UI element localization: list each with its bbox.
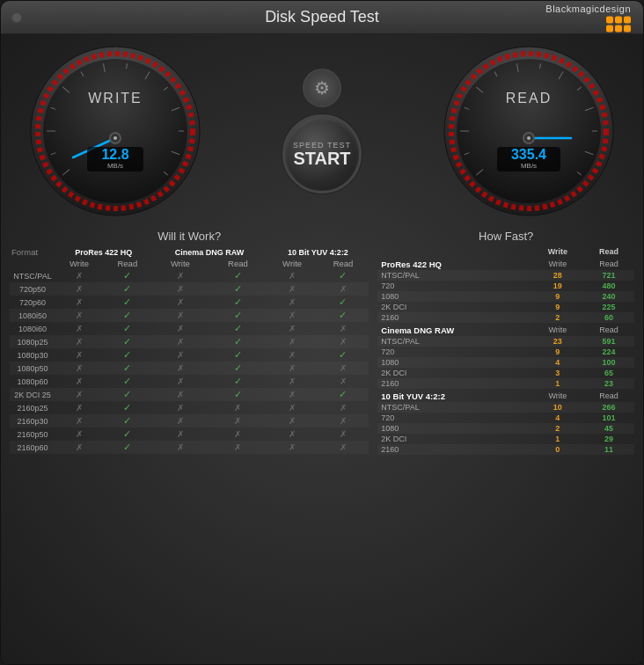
how-fast-row: NTSC/PAL 23 591 [377, 336, 634, 347]
how-fast-group-header: 10 Bit YUV 4:2:2 Write Read [377, 389, 634, 402]
close-button[interactable] [11, 12, 22, 23]
check-cell: ✓ [103, 401, 152, 414]
cross-cell: ✗ [152, 322, 209, 335]
read-value: 11 [583, 444, 634, 455]
read-value: 721 [583, 270, 634, 281]
cross-cell: ✗ [318, 401, 370, 414]
check-cell: ✓ [209, 296, 267, 309]
read-value: 266 [583, 402, 634, 413]
row-label: 2160p60 [10, 441, 55, 454]
row-label: 1080p30 [10, 348, 55, 362]
cross-cell: ✗ [152, 401, 209, 414]
check-cell: ✓ [209, 269, 267, 282]
cross-cell: ✗ [267, 375, 318, 388]
how-fast-row: 1080 9 240 [377, 291, 634, 302]
window-title: Disk Speed Test [265, 8, 379, 26]
how-fast-row: 1080 4 100 [377, 357, 634, 368]
center-controls: ⚙ SPEED TEST START [282, 69, 362, 194]
cross-cell: ✗ [152, 362, 209, 375]
cross-cell: ✗ [318, 414, 370, 428]
cross-cell: ✗ [318, 375, 370, 388]
will-it-work-section: Will it Work? Format ProRes 422 HQ Cinem… [10, 230, 369, 655]
check-cell: ✓ [103, 335, 152, 348]
check-cell: ✓ [103, 428, 152, 441]
cross-cell: ✗ [318, 322, 370, 335]
read-value: 23 [583, 378, 634, 389]
read-col-header: Read [583, 323, 634, 336]
row-label: 2K DCI 25 [10, 388, 55, 401]
row-label: 1080i50 [10, 309, 55, 322]
will-it-row: 2160p50✗✓✗✗✗✗ [10, 428, 369, 441]
row-label: 2160p30 [10, 414, 55, 428]
will-it-row: 2160p60✗✓✗✗✗✗ [10, 441, 369, 454]
group-name: 10 Bit YUV 4:2:2 [377, 389, 531, 402]
dot-1 [606, 16, 613, 23]
svg-text:WRITE: WRITE [88, 91, 143, 106]
will-it-row: 1080i50✗✓✗✓✗✓ [10, 309, 369, 322]
read-value: 60 [583, 312, 634, 323]
cross-cell: ✗ [55, 269, 103, 282]
main-content: WRITE 12.8 MB/s ⚙ SPEED T [1, 34, 643, 664]
write-col-header: Write [532, 323, 584, 336]
cross-cell: ✗ [55, 282, 103, 296]
write-value: 10 [532, 402, 584, 413]
check-cell: ✓ [318, 309, 370, 322]
check-cell: ✓ [103, 282, 152, 296]
check-cell: ✓ [209, 375, 267, 388]
cross-cell: ✗ [55, 441, 103, 454]
row-label: 2160 [377, 378, 531, 389]
cross-cell: ✗ [267, 309, 318, 322]
read-value: 224 [583, 347, 634, 357]
row-label: NTSC/PAL [377, 402, 531, 413]
read-gauge: READ 335.4 MB/s [441, 43, 617, 219]
cross-cell: ✗ [55, 335, 103, 348]
read-value: 100 [583, 357, 634, 368]
svg-point-20 [113, 136, 117, 140]
cross-cell: ✗ [55, 309, 103, 322]
cross-cell: ✗ [267, 441, 318, 454]
write-value: 28 [532, 270, 584, 281]
cross-cell: ✗ [55, 322, 103, 335]
cross-cell: ✗ [55, 296, 103, 309]
will-it-table: Format ProRes 422 HQ Cinema DNG RAW 10 B… [10, 246, 369, 454]
cross-cell: ✗ [267, 322, 318, 335]
dot-6 [624, 25, 631, 32]
settings-button[interactable]: ⚙ [303, 69, 341, 107]
cross-cell: ✗ [209, 414, 267, 428]
check-cell: ✓ [103, 375, 152, 388]
write-value: 2 [532, 423, 584, 434]
check-cell: ✓ [103, 362, 152, 375]
read-value: 29 [583, 434, 634, 444]
write-col-header: Write [532, 257, 584, 270]
cross-cell: ✗ [55, 362, 103, 375]
cross-cell: ✗ [267, 414, 318, 428]
row-label: 2160p25 [10, 401, 55, 414]
cross-cell: ✗ [55, 388, 103, 401]
format-col-header: Format [10, 246, 55, 258]
row-label: 1080i60 [10, 322, 55, 335]
cross-cell: ✗ [267, 269, 318, 282]
read-value: 65 [583, 368, 634, 378]
cross-cell: ✗ [152, 441, 209, 454]
cinema-dng-header: Cinema DNG RAW [152, 246, 267, 258]
dot-4 [606, 25, 613, 32]
app-window: Disk Speed Test Blackmagicdesign [0, 0, 644, 665]
will-it-row: 720p60✗✓✗✓✗✓ [10, 296, 369, 309]
will-it-row: 1080p60✗✓✗✓✗✗ [10, 375, 369, 388]
cross-cell: ✗ [318, 362, 370, 375]
start-button[interactable]: SPEED TEST START [282, 114, 362, 194]
cross-cell: ✗ [267, 335, 318, 348]
write-value: 9 [532, 302, 584, 312]
how-fast-row: 2K DCI 1 29 [377, 434, 634, 444]
cross-cell: ✗ [209, 441, 267, 454]
how-fast-row: 2K DCI 9 225 [377, 302, 634, 312]
row-label: 2160 [377, 444, 531, 455]
how-fast-row: 720 19 480 [377, 281, 634, 291]
dot-3 [624, 16, 631, 23]
title-bar: Disk Speed Test Blackmagicdesign [1, 1, 643, 34]
how-fast-table: Write Read ProRes 422 HQ Write Read NTSC… [377, 246, 634, 455]
svg-text:MB/s: MB/s [521, 162, 537, 170]
cross-cell: ✗ [152, 348, 209, 362]
cross-cell: ✗ [55, 348, 103, 362]
check-cell: ✓ [103, 322, 152, 335]
